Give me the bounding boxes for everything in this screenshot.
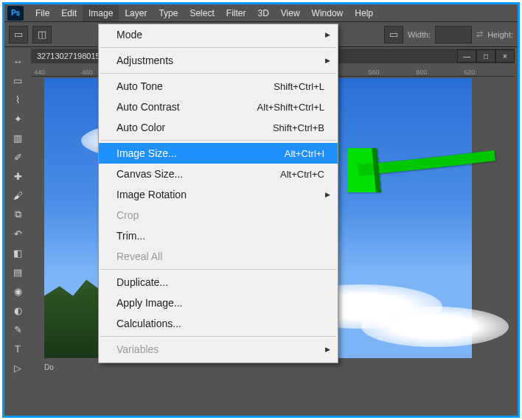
marquee-tool-preview[interactable]: ▭ xyxy=(9,26,28,43)
lasso-tool[interactable]: ⌇ xyxy=(7,91,28,108)
menuitem-crop: Crop xyxy=(99,205,338,225)
menu-file[interactable]: File xyxy=(29,5,55,21)
menuitem-adjustments[interactable]: Adjustments xyxy=(99,50,338,71)
menubar: Ps FileEditImageLayerTypeSelectFilter3DV… xyxy=(4,4,518,22)
dodge-tool[interactable]: ◐ xyxy=(7,301,28,319)
menuitem-shortcut: Shift+Ctrl+L xyxy=(274,81,324,92)
menuitem-label: Variables xyxy=(116,343,159,355)
menuitem-label: Adjustments xyxy=(116,55,173,66)
ruler-tick: 440 xyxy=(34,69,82,76)
menu-image[interactable]: Image xyxy=(83,5,119,21)
pen-tool[interactable]: ✎ xyxy=(7,321,28,338)
menuitem-duplicate[interactable]: Duplicate... xyxy=(99,272,338,293)
menuitem-calculations[interactable]: Calculations... xyxy=(99,313,338,334)
menuitem-label: Calculations... xyxy=(116,318,181,329)
brush-tool[interactable]: 🖌 xyxy=(7,186,28,204)
eyedrop-tool[interactable]: ✐ xyxy=(7,148,28,166)
marquee-tool[interactable]: ▭ xyxy=(7,71,28,89)
menu-help[interactable]: Help xyxy=(349,5,379,21)
menu-filter[interactable]: Filter xyxy=(220,5,252,21)
annotation-arrow xyxy=(347,148,502,195)
height-label: Height: xyxy=(487,30,513,39)
menuitem-shortcut: Alt+Ctrl+C xyxy=(280,169,324,180)
app-logo: Ps xyxy=(7,6,24,21)
menu-type[interactable]: Type xyxy=(153,5,184,21)
menuitem-mode[interactable]: Mode xyxy=(99,24,338,45)
menuitem-label: Image Size... xyxy=(116,147,177,159)
menuitem-label: Mode xyxy=(116,29,142,41)
width-label: Width: xyxy=(408,30,431,39)
menu-separator xyxy=(100,47,336,48)
stamp-tool[interactable]: ⧉ xyxy=(7,206,28,223)
menuitem-auto-tone[interactable]: Auto ToneShift+Ctrl+L xyxy=(99,76,338,97)
blur-tool[interactable]: ◉ xyxy=(7,282,28,300)
width-field[interactable] xyxy=(435,26,472,43)
menuitem-label: Auto Contrast xyxy=(116,101,180,113)
menuitem-auto-color[interactable]: Auto ColorShift+Ctrl+B xyxy=(99,117,338,138)
menu-separator xyxy=(100,140,336,141)
crop-tool[interactable]: ▥ xyxy=(7,129,28,147)
menuitem-label: Canvas Size... xyxy=(116,168,183,180)
menuitem-label: Crop xyxy=(116,209,139,221)
menuitem-label: Duplicate... xyxy=(116,276,168,288)
ruler-tick: 620 xyxy=(464,69,512,76)
tools-panel: ↔▭⌇✦▥✐✚🖌⧉↶◧▤◉◐✎T▷ xyxy=(6,50,29,379)
menuitem-shortcut: Shift+Ctrl+B xyxy=(273,122,324,133)
image-menu-dropdown: ModeAdjustmentsAuto ToneShift+Ctrl+LAuto… xyxy=(98,24,338,363)
window-maximize-button[interactable]: □ xyxy=(476,49,495,63)
menuitem-shortcut: Alt+Ctrl+I xyxy=(285,148,324,159)
heal-tool[interactable]: ✚ xyxy=(7,167,28,185)
menuitem-apply-image[interactable]: Apply Image... xyxy=(99,293,338,313)
gradient-tool[interactable]: ▤ xyxy=(7,263,28,281)
menuitem-label: Reveal All xyxy=(116,251,162,262)
menu-window[interactable]: Window xyxy=(306,5,349,21)
menuitem-label: Image Rotation xyxy=(116,189,187,200)
menuitem-image-rotation[interactable]: Image Rotation xyxy=(99,184,338,205)
menu-view[interactable]: View xyxy=(275,5,306,21)
status-bar: Do xyxy=(44,363,54,371)
menu-separator xyxy=(100,336,336,337)
window-minimize-button[interactable]: — xyxy=(457,49,476,63)
menuitem-canvas-size[interactable]: Canvas Size...Alt+Ctrl+C xyxy=(99,164,338,184)
move-tool[interactable]: ↔ xyxy=(7,52,28,70)
menuitem-image-size[interactable]: Image Size...Alt+Ctrl+I xyxy=(99,143,338,164)
preset-button[interactable]: ▭ xyxy=(384,26,403,43)
tool-opt-1[interactable]: ◫ xyxy=(32,26,52,43)
menuitem-trim[interactable]: Trim... xyxy=(99,225,338,246)
menuitem-label: Auto Tone xyxy=(116,80,163,92)
ruler-tick: 580 xyxy=(369,69,417,76)
menu-select[interactable]: Select xyxy=(184,5,220,21)
menuitem-reveal-all: Reveal All xyxy=(99,246,338,267)
wand-tool[interactable]: ✦ xyxy=(7,110,28,127)
history-tool[interactable]: ↶ xyxy=(7,225,28,242)
menuitem-auto-contrast[interactable]: Auto ContrastAlt+Shift+Ctrl+L xyxy=(99,97,338,117)
menu-3d[interactable]: 3D xyxy=(251,5,274,21)
type-tool[interactable]: T xyxy=(7,340,28,357)
path-tool[interactable]: ▷ xyxy=(7,359,28,377)
menuitem-shortcut: Alt+Shift+Ctrl+L xyxy=(257,102,324,113)
menu-layer[interactable]: Layer xyxy=(119,5,153,21)
eraser-tool[interactable]: ◧ xyxy=(7,244,28,262)
menu-separator xyxy=(100,269,336,270)
menu-separator xyxy=(100,73,336,74)
menuitem-label: Auto Color xyxy=(116,122,165,133)
swap-icon[interactable]: ⇄ xyxy=(476,29,483,39)
window-close-button[interactable]: × xyxy=(495,49,515,63)
ruler-tick: 600 xyxy=(416,69,464,76)
menuitem-label: Apply Image... xyxy=(116,297,183,309)
menu-edit[interactable]: Edit xyxy=(55,5,83,21)
menuitem-label: Trim... xyxy=(116,230,145,242)
app-window: Ps FileEditImageLayerTypeSelectFilter3DV… xyxy=(2,2,520,418)
cloud-shape xyxy=(361,307,509,347)
menuitem-variables: Variables xyxy=(99,339,338,360)
